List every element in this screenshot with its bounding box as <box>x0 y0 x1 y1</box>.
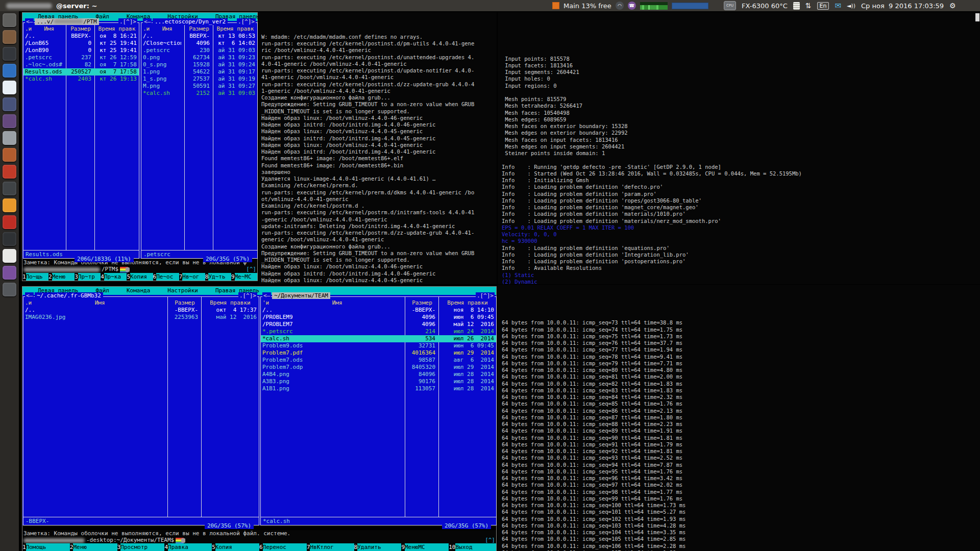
file-row[interactable]: Problem9.ods 32731 июн 6 09:45 <box>261 342 496 349</box>
file-row[interactable]: A3B3.png 90176 июл 28 2014 <box>261 378 496 385</box>
mc-window-top[interactable]: Левая панельФайлКомандаНастройкиПравая п… <box>22 12 258 281</box>
column-headers[interactable]: 'и Имя Размер Время правки <box>261 299 496 307</box>
cpu-chip-icon[interactable]: CPU <box>724 1 736 10</box>
browser-icon[interactable] <box>3 64 16 78</box>
panel-path[interactable]: ~/.cache/.fr-GBMb32 <box>35 292 103 299</box>
file-row[interactable]: *calc.sh 2152 ай 31 09:03 <box>141 90 257 97</box>
viber-tray-icon[interactable]: ☎ <box>628 2 636 10</box>
app-orange-icon[interactable] <box>3 198 16 212</box>
file-row[interactable]: Problem7.odp 8405320 июл 29 2014 <box>261 364 496 371</box>
text-editor-icon[interactable] <box>3 249 16 263</box>
file-row[interactable]: /.. -ВВЕРХ- окт 4 17:37 <box>23 307 259 314</box>
column-headers[interactable]: .и Имя Размер Время правк <box>141 26 257 33</box>
mc-command-prompt[interactable]: /PTM$ [^] <box>22 266 257 273</box>
terminal-apt-output[interactable]: W: mdadm: /etc/mdadm/mdadm.conf defines … <box>259 12 497 284</box>
function-key[interactable]: 6Пе~ос <box>153 273 179 281</box>
file-row[interactable]: Results.ods 250527 оя 7 17:58 <box>23 68 139 76</box>
function-key[interactable]: 8Удалить <box>354 543 402 551</box>
function-key[interactable]: 5Копия <box>127 273 153 281</box>
terminal-dark-icon[interactable] <box>3 232 16 246</box>
mc-panel-left[interactable]: <— ~/.cache/.fr-GBMb32 .[^]> .и Имя Разм… <box>23 296 259 525</box>
function-key[interactable]: 1По~щь <box>22 273 48 281</box>
file-row[interactable]: .petscrc 237 кт 26 12:59 <box>23 54 139 61</box>
function-key[interactable]: 9МенюМС <box>401 543 449 551</box>
prompt-maximize-icon[interactable]: [^] <box>485 537 495 544</box>
function-key[interactable]: 3Просмотр <box>117 543 165 551</box>
document-icon[interactable] <box>3 81 16 94</box>
file-row[interactable]: Problem7.pdf 4016364 июл 29 2014 <box>261 349 496 357</box>
file-row[interactable]: .petscrc 230 ай 31 09:03 <box>141 47 257 54</box>
file-row[interactable]: IMAG0236.jpg 2253963 май 12 2016 <box>23 314 259 321</box>
terminal-icon[interactable] <box>3 47 16 61</box>
file-row[interactable]: /LonB90 0 кт 25 19:41 <box>23 47 139 54</box>
scrollbar-thumb[interactable] <box>975 13 979 21</box>
function-key[interactable]: 3Пр~тр <box>75 273 101 281</box>
notes-icon[interactable] <box>793 2 800 10</box>
function-key[interactable]: 10Выход <box>449 543 496 551</box>
function-key[interactable]: 8Уд~ть <box>205 273 231 281</box>
file-row[interactable]: /.. ВВЕРХ- кт 13 08:53 <box>141 33 257 40</box>
function-key[interactable]: 7НвКтлог <box>307 543 354 551</box>
mc-panel-right[interactable]: <— ...ectoscope/Dyn_ver2 .[^]> .и Имя Ра… <box>141 22 258 259</box>
panel-history-arrow[interactable]: <— <box>25 292 34 299</box>
mail-icon[interactable]: ✉ <box>835 2 841 10</box>
panel-maximize-icon[interactable]: .[^]> <box>118 18 137 25</box>
file-row[interactable]: M.png 50591 ай 31 09:27 <box>141 83 257 90</box>
file-row[interactable]: /PROBLEM9 4096 июн 6 09:45 <box>261 314 496 321</box>
function-key[interactable]: 9Ме~МС <box>231 273 257 281</box>
cpu-temp-label[interactable]: FX-6300 60°C <box>742 2 788 10</box>
file-row[interactable]: 1_s.png 27537 ай 31 09:19 <box>141 76 257 83</box>
clock[interactable]: Ср ноя 9 2016 17:03:59 <box>861 2 944 10</box>
app-crimson-icon[interactable] <box>3 215 16 229</box>
app-brown-icon[interactable] <box>3 148 16 162</box>
file-row[interactable]: *.petscrc 214 июл 24 2014 <box>261 328 496 335</box>
file-row[interactable]: 0_s.png 15928 ай 31 09:24 <box>141 61 257 68</box>
function-key[interactable]: 2Меню <box>70 543 117 551</box>
memory-indicator-label[interactable]: Main 13% free <box>564 2 611 10</box>
file-row[interactable]: /.. ВВЕРХ- оя 8 16:21 <box>23 33 139 40</box>
panel-history-arrow[interactable]: <— <box>143 18 152 25</box>
file-row[interactable]: 1.png 54622 ай 31 09:17 <box>141 68 257 76</box>
dash-home-icon[interactable] <box>3 13 16 27</box>
app-red-icon[interactable] <box>3 165 16 179</box>
prompt-maximize-icon[interactable]: [^] <box>246 266 256 273</box>
function-key[interactable]: 4Пр~ка <box>101 273 127 281</box>
mc-panel-left[interactable]: <— ...v//PTM .[^]> .и Имя Размер Время п… <box>23 22 139 259</box>
panel-path[interactable]: ...v//PTM <box>35 18 99 25</box>
function-key[interactable]: 1Помощь <box>22 543 70 551</box>
function-key[interactable]: 5Копия <box>212 543 259 551</box>
mc-window-bottom[interactable]: Левая панельФайлКомандаНастройкиПравая п… <box>22 286 497 551</box>
steam-icon[interactable]: ◠ <box>616 2 624 10</box>
terminal-getdp-output[interactable]: Input points: 815578 Input facets: 18134… <box>498 12 980 284</box>
file-row[interactable]: *calc.sh 2403 кт 26 19:13 <box>23 76 139 83</box>
app-gray-icon[interactable] <box>3 283 16 296</box>
settings-gear-icon[interactable]: ⚙ <box>949 2 956 9</box>
column-headers[interactable]: .и Имя Размер Время правки <box>23 299 259 307</box>
column-headers[interactable]: .и Имя Размер Время правк <box>23 26 139 33</box>
viber-icon[interactable] <box>3 266 16 280</box>
mc-panel-right[interactable]: <— ~/Документы/TEAM .[^]> 'и Имя Размер … <box>260 296 497 525</box>
file-row[interactable]: /.. -ВВЕРХ- ноя 8 14:10 <box>261 307 496 314</box>
file-row[interactable]: /PROBLEM7 4096 май 12 2016 <box>261 321 496 328</box>
keyboard-layout-indicator[interactable]: En <box>817 2 829 10</box>
progress-bar-icon[interactable] <box>672 3 708 9</box>
panel-history-arrow[interactable]: <— <box>25 18 34 25</box>
file-row[interactable]: /Close~ction 4096 кт 6 14:02 <box>141 40 257 47</box>
panel-path[interactable]: ...ectoscope/Dyn_ver2 <box>153 18 228 25</box>
panel-maximize-icon[interactable]: .[^]> <box>237 18 256 25</box>
mc-menu-item[interactable]: Настройки <box>167 287 198 295</box>
file-row[interactable]: A1B1.png 113057 июл 28 2014 <box>261 385 496 392</box>
network-graph-icon[interactable] <box>640 2 668 10</box>
file-row[interactable]: A4B4.png 84096 июл 28 2014 <box>261 371 496 378</box>
memory-indicator-icon[interactable] <box>552 2 559 9</box>
mc-command-prompt[interactable]: -desktop:~/Документы/TEAM$ [^] <box>22 537 496 544</box>
panel-maximize-icon[interactable]: .[^]> <box>238 292 257 299</box>
function-key[interactable]: 4Правка <box>164 543 212 551</box>
function-key[interactable]: 7Нв~ог <box>179 273 205 281</box>
gimp-icon[interactable] <box>3 114 16 128</box>
file-row[interactable]: 0.png 62734 ай 31 09:23 <box>141 54 257 61</box>
file-row[interactable]: *calc.sh 534 июл 26 2014 <box>261 335 496 342</box>
updown-arrows-icon[interactable]: ⇅ <box>805 2 812 9</box>
utility-icon[interactable] <box>3 131 16 145</box>
file-row[interactable]: Problem7.ods 98587 авг 6 2014 <box>261 357 496 364</box>
